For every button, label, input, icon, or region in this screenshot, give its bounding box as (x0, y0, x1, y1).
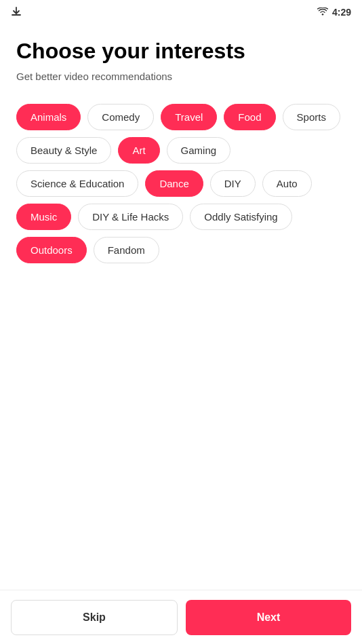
tag-comedy[interactable]: Comedy (87, 104, 154, 130)
wifi-icon (317, 6, 328, 18)
tag-fandom[interactable]: Fandom (94, 237, 159, 263)
tag-animals[interactable]: Animals (16, 104, 81, 130)
tag-music[interactable]: Music (16, 204, 71, 230)
page-title: Choose your interests (16, 38, 346, 64)
tag-food[interactable]: Food (224, 104, 275, 130)
tag-beauty-style[interactable]: Beauty & Style (16, 137, 111, 164)
tag-auto[interactable]: Auto (262, 170, 312, 197)
tag-oddly-satisfying[interactable]: Oddly Satisfying (190, 204, 291, 230)
tag-dance[interactable]: Dance (145, 170, 203, 197)
status-time: 4:29 (332, 7, 351, 18)
tag-diy[interactable]: DIY (210, 170, 256, 197)
tag-art[interactable]: Art (118, 137, 159, 164)
page-subtitle: Get better video recommendations (16, 71, 346, 82)
bottom-bar: Skip Next (0, 590, 362, 644)
tag-science-education[interactable]: Science & Education (16, 170, 138, 197)
tag-outdoors[interactable]: Outdoors (16, 237, 87, 263)
main-content: Choose your interests Get better video r… (0, 22, 362, 345)
tag-gaming[interactable]: Gaming (167, 137, 231, 164)
status-right: 4:29 (317, 6, 351, 18)
tag-travel[interactable]: Travel (161, 104, 217, 130)
tags-container: AnimalsComedyTravelFoodSportsBeauty & St… (16, 104, 346, 263)
status-bar: 4:29 (0, 0, 362, 22)
tag-sports[interactable]: Sports (283, 104, 340, 130)
next-button[interactable]: Next (186, 600, 351, 635)
skip-button[interactable]: Skip (11, 600, 178, 635)
tag-diy-life-hacks[interactable]: DIY & Life Hacks (78, 204, 183, 230)
download-icon (11, 6, 22, 19)
